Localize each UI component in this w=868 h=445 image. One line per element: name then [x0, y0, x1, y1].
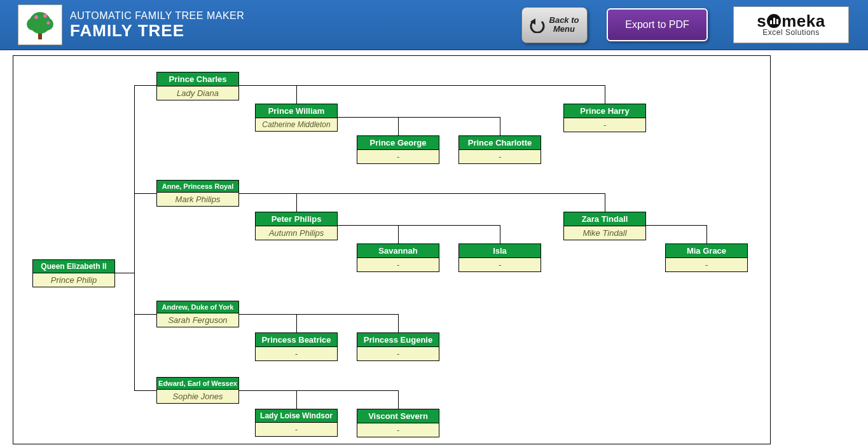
node-beatrice[interactable]: Princess Beatrice -: [255, 332, 338, 361]
svg-point-3: [41, 18, 53, 31]
tree-canvas: Queen Elizabeth II Prince Philip Prince …: [13, 55, 771, 444]
node-charlotte[interactable]: Prince Charlotte -: [458, 135, 541, 164]
node-severn[interactable]: Viscont Severn -: [357, 409, 439, 437]
app-logo: [18, 4, 62, 45]
node-isla[interactable]: Isla -: [458, 243, 541, 272]
tree-icon: [24, 9, 56, 41]
title-block: AUTOMATIC FAMILY TREE MAKER FAMILY TREE: [70, 10, 244, 40]
chart-icon: [767, 14, 781, 28]
node-mia[interactable]: Mia Grace -: [665, 243, 748, 272]
node-william[interactable]: Prince William Catherine Middleton: [255, 104, 338, 132]
svg-point-2: [27, 18, 39, 31]
app-title: FAMILY TREE: [70, 22, 244, 40]
node-zara[interactable]: Zara Tindall Mike Tindall: [563, 212, 646, 240]
node-loise[interactable]: Lady Loise Windsor -: [255, 409, 338, 437]
brand-logo: s meka Excel Solutions: [733, 6, 849, 43]
back-to-menu-button[interactable]: Back to Menu: [521, 7, 588, 43]
back-arrow-icon: [529, 17, 546, 33]
node-harry[interactable]: Prince Harry -: [563, 104, 646, 132]
node-savannah[interactable]: Savannah -: [357, 243, 439, 272]
svg-point-4: [34, 15, 38, 19]
brand-tagline: Excel Solutions: [762, 28, 820, 37]
export-to-pdf-button[interactable]: Export to PDF: [607, 8, 708, 41]
node-peter[interactable]: Peter Philips Autumn Philips: [255, 212, 338, 240]
node-prince-charles[interactable]: Prince Charles Lady Diana: [156, 72, 239, 100]
node-anne[interactable]: Anne, Princess Royal Mark Philips: [156, 180, 239, 207]
app-subtitle: AUTOMATIC FAMILY TREE MAKER: [70, 10, 244, 22]
node-andrew[interactable]: Andrew, Duke of York Sarah Ferguson: [156, 301, 239, 327]
node-queen-elizabeth[interactable]: Queen Elizabeth II Prince Philip: [32, 259, 115, 287]
app-header: AUTOMATIC FAMILY TREE MAKER FAMILY TREE …: [0, 0, 868, 50]
node-eugenie[interactable]: Princess Eugenie -: [357, 332, 439, 361]
svg-point-6: [47, 22, 50, 25]
node-edward[interactable]: Edward, Earl of Wessex Sophie Jones: [156, 377, 239, 404]
node-george[interactable]: Prince George -: [357, 135, 439, 164]
export-button-label: Export to PDF: [625, 19, 689, 31]
svg-point-5: [43, 14, 47, 18]
back-button-label: Back to Menu: [548, 16, 580, 34]
